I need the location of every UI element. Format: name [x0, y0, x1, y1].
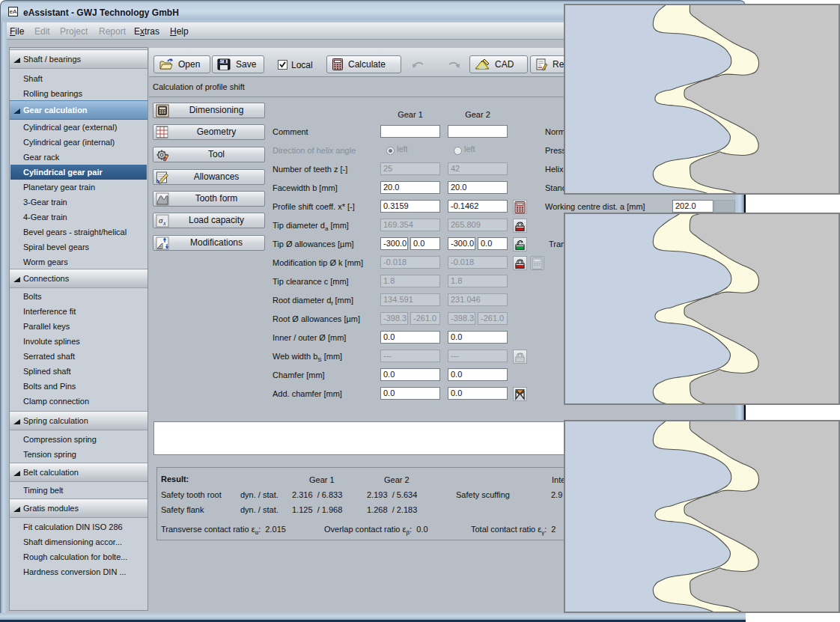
svg-text:x: x [162, 220, 166, 227]
